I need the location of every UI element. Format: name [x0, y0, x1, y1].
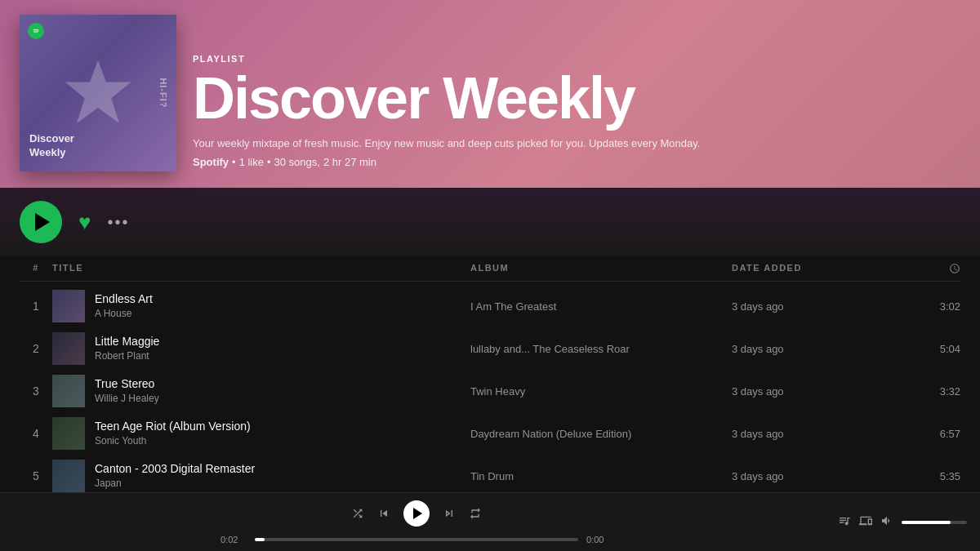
track-info: Canton - 2003 Digital Remaster Japan [52, 460, 470, 492]
meta-dot2: • [267, 156, 271, 168]
track-info: Teen Age Riot (Album Version) Sonic Yout… [52, 417, 470, 450]
track-album: lullaby and... The Ceaseless Roar [470, 343, 732, 355]
prev-button[interactable] [377, 507, 390, 520]
album-art-text: Discover Weekly [29, 132, 74, 160]
track-title: Little Maggie [95, 334, 159, 350]
track-list: # TITLE ALBUM DATE ADDED 1 Endless Art A… [0, 256, 980, 497]
album-art-hifi-text: HI-FI? [158, 78, 168, 108]
track-title: Teen Age Riot (Album Version) [95, 419, 251, 435]
track-artist: A House [95, 307, 153, 321]
volume-bar[interactable] [902, 521, 967, 524]
playlist-description: Your weekly mixtape of fresh music. Enjo… [193, 137, 700, 149]
track-thumbnail [52, 290, 85, 322]
track-date-added: 3 days ago [732, 470, 895, 482]
track-date-added: 3 days ago [732, 300, 895, 313]
player-play-button[interactable] [403, 500, 430, 527]
like-button[interactable]: ♥ [78, 211, 91, 233]
repeat-button[interactable] [469, 507, 482, 520]
track-title: Endless Art [95, 291, 153, 308]
devices-icon[interactable] [859, 514, 872, 530]
playlist-title: Discover Weekly [193, 69, 700, 127]
track-album: Daydream Nation (Deluxe Edition) [470, 428, 732, 440]
track-duration: 5:04 [895, 343, 960, 355]
header-duration [895, 263, 960, 274]
album-art: Discover Weekly HI-FI? [20, 15, 176, 171]
album-art-star-icon [61, 56, 135, 130]
track-row[interactable]: 1 Endless Art A House I Am The Greatest … [20, 285, 960, 327]
playlist-meta: Spotify • 1 like • 30 songs, 2 hr 27 min [193, 156, 700, 168]
track-num: 3 [20, 384, 52, 398]
track-duration: 5:35 [895, 470, 960, 482]
meta-duration: 2 hr 27 min [323, 156, 376, 168]
track-artist: Japan [95, 477, 255, 491]
player-progress-area: 0:02 0:00 [13, 500, 820, 544]
track-album: I Am The Greatest [470, 300, 732, 313]
track-date-added: 3 days ago [732, 343, 895, 355]
playlist-type-label: PLAYLIST [193, 54, 700, 64]
player-right-controls [820, 514, 967, 530]
track-names: Teen Age Riot (Album Version) Sonic Yout… [95, 419, 251, 448]
track-date-added: 3 days ago [732, 428, 895, 440]
shuffle-button[interactable] [351, 507, 364, 520]
controls-bar: ♥ ••• [0, 188, 980, 256]
track-thumbnail [52, 332, 85, 365]
track-duration: 3:02 [895, 300, 960, 313]
track-row[interactable]: 4 Teen Age Riot (Album Version) Sonic Yo… [20, 412, 960, 455]
meta-songs: 30 songs, [274, 156, 320, 168]
track-title: Canton - 2003 Digital Remaster [95, 461, 255, 478]
meta-dot1: • [232, 156, 236, 168]
more-options-button[interactable]: ••• [107, 214, 129, 230]
progress-fill [255, 538, 265, 541]
track-thumbnail [52, 460, 85, 492]
track-artist: Willie J Healey [95, 392, 159, 406]
track-info: Little Maggie Robert Plant [52, 332, 470, 365]
track-thumbnail [52, 417, 85, 450]
track-info: True Stereo Willie J Healey [52, 375, 470, 407]
hero-section: Discover Weekly HI-FI? PLAYLIST Discover… [0, 0, 980, 188]
total-time: 0:00 [586, 535, 612, 544]
header-title: TITLE [52, 263, 470, 274]
progress-bar[interactable] [255, 538, 578, 541]
queue-icon[interactable] [838, 514, 851, 530]
player-bar: 0:02 0:00 [0, 492, 980, 551]
track-row[interactable]: 5 Canton - 2003 Digital Remaster Japan T… [20, 455, 960, 497]
svg-marker-1 [65, 60, 131, 123]
track-album: Tin Drum [470, 470, 732, 482]
track-names: Canton - 2003 Digital Remaster Japan [95, 461, 255, 491]
player-controls [351, 500, 482, 527]
play-button[interactable] [20, 201, 62, 243]
track-title: True Stereo [95, 376, 159, 393]
track-row[interactable]: 3 True Stereo Willie J Healey Twin Heavy… [20, 370, 960, 412]
track-row[interactable]: 2 Little Maggie Robert Plant lullaby and… [20, 327, 960, 370]
track-album: Twin Heavy [470, 385, 732, 398]
track-num: 1 [20, 300, 52, 313]
track-thumbnail [52, 375, 85, 407]
hero-info: PLAYLIST Discover Weekly Your weekly mix… [193, 54, 700, 171]
track-num: 5 [20, 469, 52, 482]
header-date: DATE ADDED [732, 263, 895, 274]
track-names: True Stereo Willie J Healey [95, 376, 159, 406]
track-num: 4 [20, 427, 52, 440]
meta-spotify: Spotify [193, 156, 229, 168]
meta-likes: 1 like [239, 156, 264, 168]
next-button[interactable] [443, 507, 456, 520]
track-names: Little Maggie Robert Plant [95, 334, 159, 363]
header-num: # [20, 263, 52, 274]
track-date-added: 3 days ago [732, 385, 895, 398]
header-album: ALBUM [470, 263, 732, 274]
track-num: 2 [20, 342, 52, 355]
volume-fill [902, 521, 951, 524]
track-info: Endless Art A House [52, 290, 470, 322]
track-rows-container: 1 Endless Art A House I Am The Greatest … [20, 285, 960, 497]
progress-bar-container: 0:02 0:00 [220, 535, 612, 544]
track-duration: 3:32 [895, 385, 960, 398]
track-duration: 6:57 [895, 428, 960, 440]
track-artist: Robert Plant [95, 349, 159, 363]
current-time: 0:02 [220, 535, 247, 544]
track-artist: Sonic Youth [95, 434, 251, 448]
track-names: Endless Art A House [95, 291, 153, 321]
track-list-header: # TITLE ALBUM DATE ADDED [20, 256, 960, 282]
volume-icon[interactable] [880, 514, 893, 530]
